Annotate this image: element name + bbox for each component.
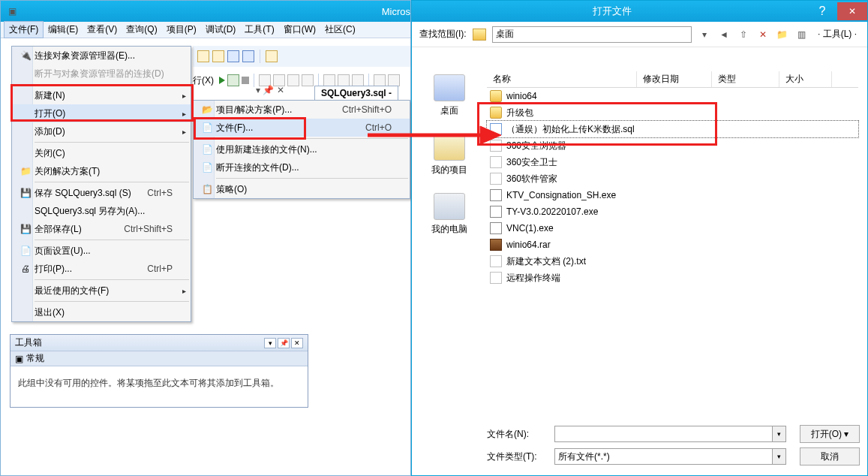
gen-icon (490, 272, 502, 284)
saveall-icon[interactable] (242, 50, 254, 62)
menu-disconnect-objexplorer: 断开与对象资源管理器的连接(D) (12, 65, 191, 83)
menu-project[interactable]: 项目(P) (162, 22, 201, 38)
submenu-file-disconn[interactable]: 📄断开连接的文件(D)... (194, 158, 410, 176)
pin-icon[interactable]: 📌 (278, 338, 290, 348)
menu-close[interactable]: 关闭(C) (12, 144, 191, 162)
file-name: 升级包 (506, 107, 533, 119)
file-row[interactable]: 远程操作终端 (487, 270, 858, 286)
toolbox-title: 工具箱 (15, 336, 42, 349)
tools-dropdown[interactable]: · 工具(L) · (815, 28, 860, 41)
delete-icon[interactable]: ✕ (756, 28, 770, 41)
views-icon[interactable]: ▥ (795, 28, 809, 41)
menu-open[interactable]: 打开(O)▸ (12, 104, 191, 122)
file-row[interactable]: 360软件管家 (487, 170, 858, 187)
menu-save-all[interactable]: 💾全部保存(L)Ctrl+Shift+S (12, 220, 191, 238)
file-row[interactable]: （通娱）初始化上传K米数据.sql (487, 121, 858, 137)
menu-connect-objexplorer[interactable]: 🔌连接对象资源管理器(E)... (12, 47, 191, 65)
dropdown-icon[interactable]: ▾ (698, 28, 711, 41)
menu-query[interactable]: 查询(Q) (122, 22, 161, 38)
menu-print[interactable]: 🖨打印(P)...Ctrl+P (12, 260, 191, 278)
document-tab[interactable]: SQLQuery3.sql - (314, 86, 398, 100)
menu-bar: 文件(F) 编辑(E) 查看(V) 查询(Q) 项目(P) 调试(D) 工具(T… (1, 22, 410, 38)
place-label: 桌面 (440, 104, 458, 117)
toolbar-icon[interactable] (212, 50, 224, 62)
filetype-label: 文件类型(T): (487, 450, 548, 463)
file-row[interactable]: 360安全浏览器 (487, 137, 858, 154)
toolbar-icon[interactable] (302, 74, 314, 86)
help-button[interactable]: ? (807, 2, 837, 20)
menu-save[interactable]: 💾保存 SQLQuery3.sql (S)Ctrl+S (12, 184, 191, 202)
menu-page-setup[interactable]: 📄页面设置(U)... (12, 242, 191, 260)
save-icon[interactable] (227, 50, 239, 62)
menu-window[interactable]: 窗口(W) (279, 22, 320, 38)
toolbar-icon[interactable] (197, 50, 209, 62)
place-label: 我的电脑 (431, 223, 467, 236)
up-icon[interactable]: ⇧ (737, 28, 750, 41)
execute-icon[interactable] (219, 77, 225, 84)
file-row[interactable]: 升级包 (487, 104, 858, 121)
close-icon[interactable]: ✕ (291, 338, 303, 348)
tab-strip-controls[interactable]: ▾ 📌 ✕ (256, 85, 284, 95)
submenu-policy[interactable]: 📋策略(O) (194, 180, 410, 198)
file-row[interactable]: winio64 (487, 88, 858, 104)
newfolder-icon[interactable]: 📁 (776, 28, 789, 41)
file-name: 360安全浏览器 (506, 140, 566, 152)
places-bar: 桌面 我的项目 我的电脑 (419, 74, 479, 252)
file-row[interactable]: 360安全卫士 (487, 154, 858, 170)
menu-add[interactable]: 添加(D)▸ (12, 122, 191, 140)
file-row[interactable]: VNC(1).exe (487, 220, 858, 236)
file-list-area: 名称 修改日期 类型 大小 winio64升级包（通娱）初始化上传K米数据.sq… (487, 71, 858, 400)
exe-icon (490, 222, 502, 234)
main-toolbar (193, 46, 410, 67)
cancel-button[interactable]: 取消 (800, 447, 860, 465)
annotation-arrow (368, 120, 503, 150)
back-icon[interactable]: ◄ (717, 28, 731, 41)
menu-save-as[interactable]: SQLQuery3.sql 另存为(A)... (12, 202, 191, 220)
dropdown-icon[interactable]: ▾ (772, 449, 785, 464)
toolbox-group[interactable]: ▣常规 (11, 351, 308, 366)
place-desktop[interactable]: 桌面 (419, 74, 479, 117)
file-name: winio64 (506, 91, 537, 101)
menu-close-solution[interactable]: 📁关闭解决方案(T) (12, 162, 191, 180)
menu-recent-files[interactable]: 最近使用的文件(F)▸ (12, 282, 191, 300)
file-row[interactable]: TY-V3.0.20220107.exe (487, 203, 858, 220)
toolbox-panel: 工具箱 ▾ 📌 ✕ ▣常规 此组中没有可用的控件。将某项拖至此文本可将其添加到工… (10, 334, 308, 408)
file-row[interactable]: winio64.rar (487, 236, 858, 253)
lookin-input[interactable] (492, 26, 692, 43)
dropdown-icon[interactable]: ▾ (772, 426, 785, 441)
close-button[interactable]: ✕ (837, 2, 867, 20)
menu-exit[interactable]: 退出(X) (12, 303, 191, 321)
menu-edit[interactable]: 编辑(E) (44, 22, 83, 38)
col-type[interactable]: 类型 (712, 71, 779, 87)
open-button[interactable]: 打开(O) ▾ (800, 425, 860, 443)
filename-label: 文件名(N): (487, 428, 548, 441)
svg-marker-1 (480, 126, 501, 144)
lookin-row: 查找范围(I): ▾ ◄ ⇧ ✕ 📁 ▥ · 工具(L) · (412, 22, 867, 47)
file-row[interactable]: KTV_Consignation_SH.exe (487, 187, 858, 203)
toolbar-icon[interactable] (266, 50, 278, 62)
place-computer[interactable]: 我的电脑 (419, 193, 479, 236)
menu-tools[interactable]: 工具(T) (240, 22, 278, 38)
ssms-titlebar: ▣ Micros (1, 1, 410, 22)
file-row[interactable]: 新建文本文档 (2).txt (487, 253, 858, 270)
file-menu-dropdown: 🔌连接对象资源管理器(E)... 断开与对象资源管理器的连接(D) 新建(N)▸… (11, 46, 191, 322)
menu-file[interactable]: 文件(F) (4, 21, 44, 38)
file-name: TY-V3.0.20220107.exe (506, 206, 598, 217)
col-name[interactable]: 名称 (487, 71, 637, 87)
folder-icon (490, 90, 502, 102)
debug-icon[interactable] (227, 74, 239, 86)
dialog-title: 打开文件 (593, 5, 632, 18)
menu-debug[interactable]: 调试(D) (201, 22, 241, 38)
filename-input[interactable]: ▾ (554, 426, 786, 442)
menu-community[interactable]: 社区(C) (320, 22, 360, 38)
col-size[interactable]: 大小 (779, 71, 832, 87)
toolbar-icon[interactable] (287, 74, 299, 86)
filetype-select[interactable]: 所有文件(*.*)▾ (554, 448, 786, 465)
dropdown-icon[interactable]: ▾ (264, 338, 276, 348)
col-modified[interactable]: 修改日期 (637, 71, 712, 87)
file-name: 新建文本文档 (2).txt (506, 255, 586, 268)
submenu-project-solution[interactable]: 📂项目/解决方案(P)...Ctrl+Shift+O (194, 101, 410, 119)
stop-icon[interactable] (242, 77, 249, 84)
menu-view[interactable]: 查看(V) (83, 22, 122, 38)
menu-new[interactable]: 新建(N)▸ (12, 86, 191, 104)
